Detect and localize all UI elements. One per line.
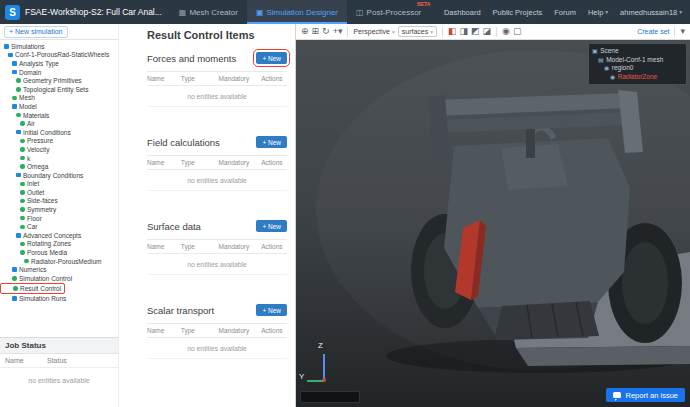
tree-item-label: k <box>27 155 30 162</box>
green-status-icon <box>12 276 17 281</box>
car-model <box>296 40 690 407</box>
empty-state-text: no entities available <box>147 170 287 191</box>
tab-post-processor[interactable]: ◫ Post-Processor BETA <box>347 0 430 24</box>
tree-item-radiator-porousmedium[interactable]: Radiator-PorousMedium <box>0 257 101 266</box>
tree-item-domain[interactable]: Domain <box>0 68 41 77</box>
tree-item-label: Rotating Zones <box>27 240 71 247</box>
tree-item-initial-conditions[interactable]: Initial Conditions <box>0 128 71 137</box>
tree-item-label: Advanced Concepts <box>23 232 81 239</box>
tree-item-k[interactable]: k <box>0 154 30 163</box>
visibility-eye-icon: ◉ <box>604 64 609 71</box>
new-forces-and-moments-button[interactable]: + New <box>256 52 287 64</box>
tree-item-porous-media[interactable]: Porous Media <box>0 248 67 257</box>
add-item-icon[interactable]: +▾ <box>333 27 343 36</box>
app-logo[interactable]: S <box>5 5 20 20</box>
scene-item-model-conf-1-mesh[interactable]: ▤Model-Conf-1 mesh <box>589 55 686 64</box>
green-status-icon <box>20 164 25 169</box>
tab-mesh-creator[interactable]: ▦ Mesh Creator <box>170 0 247 24</box>
zoom-box-icon[interactable]: ⊕ <box>301 27 309 36</box>
new-simulation-button[interactable]: + New simulation <box>4 26 68 38</box>
post-processor-icon: ◫ <box>356 8 364 17</box>
create-set-button[interactable]: Create set <box>637 28 669 35</box>
tree-item-boundary-conditions[interactable]: Boundary Conditions <box>0 171 83 180</box>
nav-dashboard[interactable]: Dashboard <box>444 8 481 17</box>
tree-item-label: Velocity <box>27 146 49 153</box>
tree-item-mesh[interactable]: Mesh <box>0 94 35 103</box>
orientation-axes[interactable]: Z Y <box>304 343 346 389</box>
green-status-icon <box>20 156 25 161</box>
tree-item-label: Boundary Conditions <box>23 172 83 179</box>
isolate-icon[interactable]: ▢ <box>513 27 522 36</box>
report-issue-button[interactable]: Report an issue <box>606 388 685 402</box>
mesh-creator-icon: ▦ <box>179 8 187 17</box>
shade-half-icon[interactable]: ◩ <box>471 27 480 36</box>
tree-item-side-faces[interactable]: Side-faces <box>0 197 58 206</box>
chevron-down-icon: ▾ <box>605 9 608 15</box>
tree-item-pressure[interactable]: Pressure <box>0 137 53 146</box>
column-header-name: Name <box>147 243 181 250</box>
tree-item-label: Conf-1-PorousRad-StaticWheels <box>15 51 109 58</box>
tree-item-velocity[interactable]: Velocity <box>0 145 49 154</box>
tree-item-simulation-runs[interactable]: Simulation Runs <box>0 294 66 303</box>
tree-item-symmetry[interactable]: Symmetry <box>0 205 56 214</box>
show-hide-icon[interactable]: ◉ <box>502 27 510 36</box>
new-field-calculations-button[interactable]: + New <box>256 136 287 148</box>
green-status-icon <box>20 207 25 212</box>
tab-simulation-designer[interactable]: ▣ Simulation Designer <box>247 0 347 24</box>
green-status-icon <box>24 259 29 264</box>
fit-view-icon[interactable]: ⊞ <box>312 27 320 36</box>
filter-icon[interactable]: ▾ <box>680 27 685 36</box>
tree-item-inlet[interactable]: Inlet <box>0 180 39 189</box>
blue-status-icon <box>16 173 21 178</box>
tree-item-conf-1-porousrad-staticwheels[interactable]: Conf-1-PorousRad-StaticWheels <box>0 51 109 60</box>
new-scalar-transport-button[interactable]: + New <box>256 304 287 316</box>
reset-view-icon[interactable]: ↻ <box>322 27 330 36</box>
projection-select[interactable]: Perspective▾ <box>353 28 394 35</box>
visibility-eye-icon: ◉ <box>610 73 615 80</box>
tree-item-omega[interactable]: Omega <box>0 162 48 171</box>
tree-item-rotating-zones[interactable]: Rotating Zones <box>0 240 71 249</box>
tree-item-simulation-control[interactable]: Simulation Control <box>0 274 72 283</box>
tree-item-air[interactable]: Air <box>0 119 35 128</box>
scene-item-label: RadiatorZone <box>618 73 657 80</box>
table-header-row: NameTypeMandatoryActions <box>147 323 287 338</box>
scene-item-scene[interactable]: ▣Scene <box>589 46 686 55</box>
tree-item-floor[interactable]: Floor <box>0 214 42 223</box>
user-menu[interactable]: ahmedhussain18▾ <box>620 8 682 17</box>
tree-item-numerics[interactable]: Numerics <box>0 265 46 274</box>
tree-item-label: Inlet <box>27 180 39 187</box>
render-mode-select[interactable]: surfaces▾ <box>398 26 437 37</box>
table-header-row: NameTypeMandatoryActions <box>147 71 287 86</box>
tree-item-materials[interactable]: Materials <box>0 111 49 120</box>
tree-item-analysis-type[interactable]: Analysis Type <box>0 59 59 68</box>
tree-item-result-control[interactable]: Result Control <box>0 283 65 295</box>
viewport-canvas[interactable]: ▣Scene▤Model-Conf-1 mesh◉region0◉Radiato… <box>296 40 690 407</box>
green-status-icon <box>16 113 21 118</box>
tree-item-car[interactable]: Car <box>0 222 37 231</box>
nav-public-projects[interactable]: Public Projects <box>493 8 543 17</box>
nav-forum[interactable]: Forum <box>554 8 576 17</box>
tree-item-label: Model <box>19 103 37 110</box>
column-header-type: Type <box>181 159 219 166</box>
scene-item-region0[interactable]: ◉region0 <box>589 64 686 73</box>
tree-item-model[interactable]: Model <box>0 102 37 111</box>
tree-item-advanced-concepts[interactable]: Advanced Concepts <box>0 231 81 240</box>
scene-item-radiatorzone[interactable]: ◉RadiatorZone <box>589 72 686 81</box>
tree-item-simulations[interactable]: Simulations <box>0 42 45 51</box>
viewport-search-input[interactable] <box>300 391 360 403</box>
paint-surface-icon[interactable]: ◨ <box>460 27 469 36</box>
select-value: surfaces <box>402 28 428 35</box>
tree-item-geometry-primitives[interactable]: Geometry Primitives <box>0 76 82 85</box>
scene-item-label: region0 <box>612 64 634 71</box>
blue-status-icon <box>12 61 17 66</box>
shade-half-alt-icon[interactable]: ◪ <box>483 27 492 36</box>
tree-item-topological-entity-sets[interactable]: Topological Entity Sets <box>0 85 88 94</box>
new-surface-data-button[interactable]: + New <box>256 220 287 232</box>
nav-help[interactable]: Help▾ <box>588 8 608 17</box>
tree-item-outlet[interactable]: Outlet <box>0 188 44 197</box>
paint-selection-icon[interactable]: ◧ <box>448 27 457 36</box>
column-header-mandatory: Mandatory <box>219 75 262 82</box>
blue-status-icon <box>12 267 17 272</box>
empty-state-text: no entities available <box>147 254 287 275</box>
scene-cube-icon: ▣ <box>592 47 598 54</box>
